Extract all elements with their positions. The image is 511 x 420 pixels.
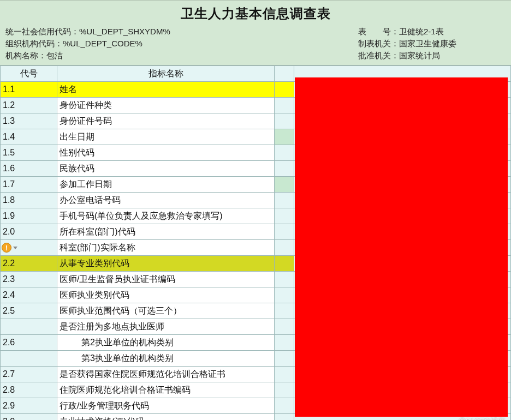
cell-gap: [275, 145, 294, 161]
meta-right: 表 号：卫健统2-1表 制表机关：国家卫生健康委 批准机关：国家统计局: [358, 26, 506, 62]
cell-gap: [275, 287, 294, 303]
cell-gap: [275, 398, 294, 414]
cell-gap: [275, 98, 294, 113]
cell-code[interactable]: 2.0: [1, 224, 57, 240]
cell-code[interactable]: 3.0: [1, 414, 57, 421]
cell-name[interactable]: 第3执业单位的机构类别: [57, 351, 275, 367]
cell-name[interactable]: 从事专业类别代码: [57, 256, 275, 272]
cell-name[interactable]: 民族代码: [57, 161, 275, 177]
cell-name[interactable]: 医师执业范围代码（可选三个）: [57, 303, 275, 319]
col-name-header: 指标名称: [57, 66, 275, 82]
cell-code[interactable]: 2.2: [1, 256, 57, 272]
meta-l2-value: %UL_DEPT_CODE%: [63, 39, 142, 48]
cell-code[interactable]: 2.3: [1, 272, 57, 287]
meta-r1-label: 表 号：: [358, 26, 399, 38]
cell-code[interactable]: 1.8: [1, 193, 57, 208]
redaction-overlay: [295, 77, 508, 417]
cell-code[interactable]: 1.2: [1, 98, 57, 113]
meta-l3-value: 包洁: [46, 51, 63, 60]
cell-name[interactable]: 是否注册为多地点执业医师: [57, 319, 275, 335]
meta-r1-value: 卫健统2-1表: [399, 27, 444, 36]
cell-name[interactable]: 医师/卫生监督员执业证书编码: [57, 272, 275, 287]
cell-gap: [275, 414, 294, 421]
cell-name[interactable]: 住院医师规范化培训合格证书编码: [57, 382, 275, 398]
cell-gap: [275, 272, 294, 287]
cell-name[interactable]: 性别代码: [57, 145, 275, 161]
cell-code[interactable]: 2.8: [1, 382, 57, 398]
cell-gap: [275, 161, 294, 177]
cell-gap: [275, 82, 294, 98]
cell-name[interactable]: 医师执业类别代码: [57, 287, 275, 303]
meta-r3-value: 国家统计局: [399, 51, 440, 60]
cell-name[interactable]: 身份证件号码: [57, 113, 275, 129]
meta-left: 统一社会信用代码：%UL_DEPT_SHXYDM% 组织机构代码：%UL_DEP…: [5, 26, 358, 62]
cell-name[interactable]: 是否获得国家住院医师规范化培训合格证书: [57, 367, 275, 382]
cell-gap: [275, 351, 294, 367]
cell-code[interactable]: 1.9: [1, 208, 57, 224]
cell-gap: [275, 382, 294, 398]
cell-name[interactable]: 专业技术资格(评)代码: [57, 414, 275, 421]
col-code-header: 代号: [1, 66, 57, 82]
cell-name[interactable]: 参加工作日期: [57, 177, 275, 193]
cell-name[interactable]: 姓名: [57, 82, 275, 98]
meta-l3-label: 机构名称：: [5, 51, 46, 60]
cell-code[interactable]: 1.7: [1, 177, 57, 193]
cell-gap: [275, 193, 294, 208]
warning-icon[interactable]: !: [2, 242, 19, 253]
cell-code[interactable]: 2.5: [1, 303, 57, 319]
meta-r2-label: 制表机关：: [358, 38, 399, 50]
cell-gap: [275, 177, 294, 193]
cell-code[interactable]: [1, 351, 57, 367]
cell-name[interactable]: 所在科室(部门)代码: [57, 224, 275, 240]
cell-gap: [275, 303, 294, 319]
chevron-down-icon: [13, 247, 17, 249]
cell-gap: [275, 367, 294, 382]
watermark-text: @51CTO博客: [458, 417, 506, 420]
cell-gap: [275, 224, 294, 240]
meta-r2-value: 国家卫生健康委: [399, 39, 456, 48]
meta-l1-label: 统一社会信用代码：: [5, 27, 79, 36]
cell-gap: [275, 256, 294, 272]
cell-name[interactable]: 科室(部门)实际名称: [57, 240, 275, 256]
cell-name[interactable]: 身份证件种类: [57, 98, 275, 113]
cell-code[interactable]: 1.6: [1, 161, 57, 177]
col-gap-header: [275, 66, 294, 82]
cell-name[interactable]: 手机号码(单位负责人及应急救治专家填写): [57, 208, 275, 224]
form-header: 卫生人力基本信息调查表 统一社会信用代码：%UL_DEPT_SHXYDM% 组织…: [0, 0, 511, 65]
cell-name[interactable]: 第2执业单位的机构类别: [57, 335, 275, 351]
cell-code[interactable]: 2.4: [1, 287, 57, 303]
cell-code[interactable]: [1, 319, 57, 335]
cell-code[interactable]: 1.5: [1, 145, 57, 161]
cell-code[interactable]: 1.3: [1, 113, 57, 129]
meta-r3-label: 批准机关：: [358, 50, 399, 62]
exclamation-icon: !: [2, 243, 11, 253]
cell-code[interactable]: 1.1: [1, 82, 57, 98]
cell-gap: [275, 319, 294, 335]
cell-code[interactable]: 1.4: [1, 129, 57, 145]
cell-code[interactable]: 2.9: [1, 398, 57, 414]
cell-gap: [275, 129, 294, 145]
cell-name[interactable]: 行政/业务管理职务代码: [57, 398, 275, 414]
meta-l2-label: 组织机构代码：: [5, 39, 63, 48]
form-title: 卫生人力基本信息调查表: [5, 5, 506, 22]
cell-gap: [275, 335, 294, 351]
cell-gap: [275, 113, 294, 129]
cell-name[interactable]: 出生日期: [57, 129, 275, 145]
cell-gap: [275, 240, 294, 256]
cell-code[interactable]: 2.7: [1, 367, 57, 382]
meta-l1-value: %UL_DEPT_SHXYDM%: [79, 27, 170, 36]
cell-code[interactable]: 2.6: [1, 335, 57, 351]
cell-name[interactable]: 办公室电话号码: [57, 193, 275, 208]
cell-gap: [275, 208, 294, 224]
